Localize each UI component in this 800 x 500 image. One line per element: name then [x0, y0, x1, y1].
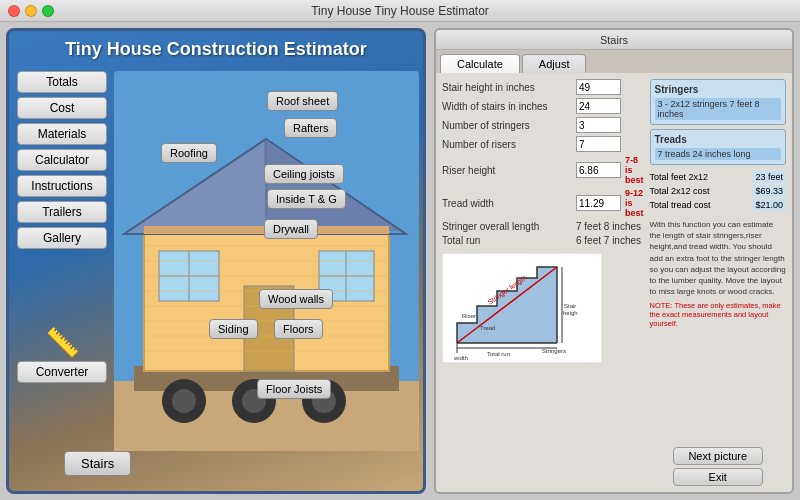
label-total-run: Total run — [442, 235, 572, 246]
note-riser-height: 7-8 is best — [625, 155, 644, 185]
tabs-bar: Calculate Adjust — [436, 50, 792, 73]
right-panel-title: Stairs — [600, 34, 628, 46]
title-bar: Tiny House Tiny House Estimator — [0, 0, 800, 22]
right-panel-titlebar: Stairs — [436, 30, 792, 50]
label-stair-height: Stair height in inches — [442, 82, 572, 93]
sidebar-cost[interactable]: Cost — [17, 97, 107, 119]
action-buttons: Next picture Exit — [650, 441, 786, 486]
total-2x12-cost-label: Total 2x12 cost — [650, 186, 749, 196]
label-stringer-length: Stringer overall length — [442, 221, 572, 232]
value-stringer-length: 7 feet 8 inches — [576, 221, 641, 232]
svg-text:heigh: heigh — [563, 310, 578, 316]
total-2x12-row: Total feet 2x12 23 feet — [650, 171, 786, 183]
sidebar-instructions[interactable]: Instructions — [17, 175, 107, 197]
converter-area: 📏 Converter — [17, 326, 107, 383]
field-stringers[interactable] — [576, 117, 621, 133]
sidebar-trailers[interactable]: Trailers — [17, 201, 107, 223]
siding-btn[interactable]: Siding — [209, 319, 258, 339]
total-2x12-label: Total feet 2x12 — [650, 172, 749, 182]
window-controls[interactable] — [8, 5, 54, 17]
total-2x12-cost-value: $69.33 — [752, 185, 786, 197]
label-risers: Number of risers — [442, 139, 572, 150]
input-row-width: Width of stairs in inches — [442, 98, 644, 114]
sidebar-totals[interactable]: Totals — [17, 71, 107, 93]
svg-text:Total run: Total run — [487, 351, 510, 357]
sidebar-gallery[interactable]: Gallery — [17, 227, 107, 249]
svg-text:Tread: Tread — [480, 325, 495, 331]
drywall-btn[interactable]: Drywall — [264, 219, 318, 239]
tab-calculate[interactable]: Calculate — [440, 54, 520, 73]
ruler-icon: 📏 — [45, 326, 80, 359]
inside-tg-btn[interactable]: Inside T & G — [267, 189, 346, 209]
input-row-tread-width: Tread width 9-12 is best — [442, 188, 644, 218]
right-panel: Stairs Calculate Adjust Stair height in … — [434, 28, 794, 494]
tab-adjust[interactable]: Adjust — [522, 54, 587, 73]
converter-button[interactable]: Converter — [17, 361, 107, 383]
total-tread-cost-row: Total tread cost $21.00 — [650, 199, 786, 211]
input-row-total-run: Total run 6 feet 7 inches — [442, 235, 644, 246]
window-title: Tiny House Tiny House Estimator — [311, 4, 489, 18]
result-group-stringers: Stringers 3 - 2x12 stringers 7 feet 8 in… — [650, 79, 786, 125]
maximize-button[interactable] — [42, 5, 54, 17]
main-content: Tiny House Construction Estimator Totals… — [0, 22, 800, 500]
totals-group: Total feet 2x12 23 feet Total 2x12 cost … — [650, 171, 786, 211]
total-tread-cost-label: Total tread cost — [650, 200, 749, 210]
input-row-stair-height: Stair height in inches — [442, 79, 644, 95]
treads-value: 7 treads 24 inches long — [655, 148, 781, 160]
treads-title: Treads — [655, 134, 781, 145]
floor-joists-btn[interactable]: Floor Joists — [257, 379, 331, 399]
svg-text:Stair: Stair — [564, 303, 576, 309]
sidebar: Totals Cost Materials Calculator Instruc… — [17, 71, 107, 249]
stringers-value: 3 - 2x12 stringers 7 feet 8 inches — [655, 98, 781, 120]
total-2x12-cost-row: Total 2x12 cost $69.33 — [650, 185, 786, 197]
label-riser-height: Riser height — [442, 165, 572, 176]
floors-btn[interactable]: Floors — [274, 319, 323, 339]
stair-diagram: Stringer length Riser Tread Stair heigh — [442, 253, 602, 363]
sidebar-calculator[interactable]: Calculator — [17, 149, 107, 171]
next-picture-button[interactable]: Next picture — [673, 447, 763, 465]
left-panel: Tiny House Construction Estimator Totals… — [6, 28, 426, 494]
field-risers[interactable] — [576, 136, 621, 152]
ceiling-joists-btn[interactable]: Ceiling joists — [264, 164, 344, 184]
input-section: Stair height in inches Width of stairs i… — [442, 79, 644, 486]
label-tread-width: Tread width — [442, 198, 572, 209]
sidebar-materials[interactable]: Materials — [17, 123, 107, 145]
svg-text:Stringers: Stringers — [542, 348, 566, 354]
roof-sheet-btn[interactable]: Roof sheet — [267, 91, 338, 111]
stringers-title: Stringers — [655, 84, 781, 95]
field-tread-width[interactable] — [576, 195, 621, 211]
value-total-run: 6 feet 7 inches — [576, 235, 641, 246]
input-row-stringers: Number of stringers — [442, 117, 644, 133]
rafters-btn[interactable]: Rafters — [284, 118, 337, 138]
close-button[interactable] — [8, 5, 20, 17]
right-panel-body: Stair height in inches Width of stairs i… — [436, 73, 792, 492]
field-stair-height[interactable] — [576, 79, 621, 95]
note-tread-width: 9-12 is best — [625, 188, 644, 218]
description-text: With this function you can estimate the … — [650, 219, 786, 297]
field-width[interactable] — [576, 98, 621, 114]
total-2x12-value: 23 feet — [752, 171, 786, 183]
description-section: With this function you can estimate the … — [650, 219, 786, 328]
stair-diagram-container: Stringer length Riser Tread Stair heigh — [442, 253, 644, 367]
result-group-treads: Treads 7 treads 24 inches long — [650, 129, 786, 165]
label-stringers: Number of stringers — [442, 120, 572, 131]
note-text: NOTE: These are only estimates, make the… — [650, 301, 786, 328]
input-row-riser-height: Riser height 7-8 is best — [442, 155, 644, 185]
wood-walls-btn[interactable]: Wood walls — [259, 289, 333, 309]
svg-text:width: width — [453, 355, 468, 361]
results-section: Stringers 3 - 2x12 stringers 7 feet 8 in… — [650, 79, 786, 486]
total-tread-cost-value: $21.00 — [752, 199, 786, 211]
input-row-risers: Number of risers — [442, 136, 644, 152]
svg-text:Riser: Riser — [462, 313, 476, 319]
stairs-button[interactable]: Stairs — [64, 451, 131, 476]
minimize-button[interactable] — [25, 5, 37, 17]
exit-button[interactable]: Exit — [673, 468, 763, 486]
label-width: Width of stairs in inches — [442, 101, 572, 112]
field-riser-height[interactable] — [576, 162, 621, 178]
roofing-btn[interactable]: Roofing — [161, 143, 217, 163]
input-row-stringer-length: Stringer overall length 7 feet 8 inches — [442, 221, 644, 232]
